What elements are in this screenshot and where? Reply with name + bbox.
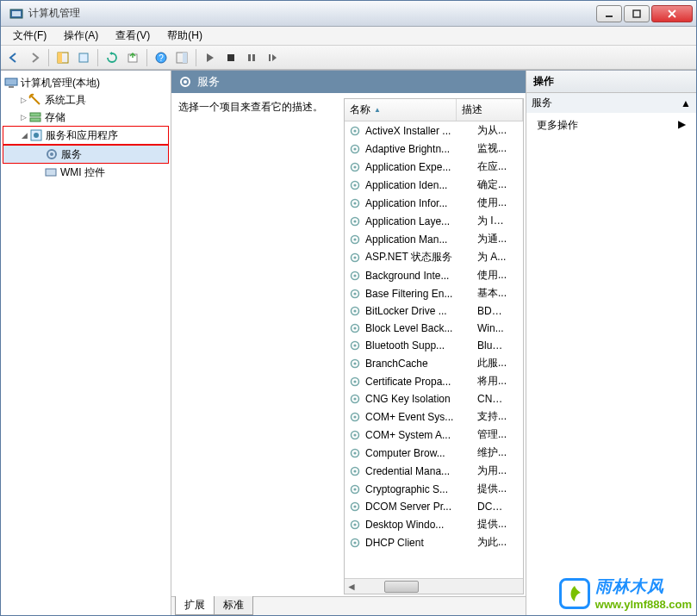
svg-rect-17 bbox=[269, 54, 271, 61]
service-row[interactable]: Application Iden... 确定... bbox=[345, 176, 523, 194]
service-row[interactable]: COM+ System A... 管理... bbox=[345, 426, 523, 444]
tree-services[interactable]: 服务 bbox=[3, 145, 169, 164]
column-desc[interactable]: 描述 bbox=[457, 99, 523, 121]
gear-icon bbox=[348, 178, 362, 192]
service-row[interactable]: CNG Key Isolation CNG... bbox=[345, 390, 523, 408]
tree-system-tools[interactable]: ▷ 系统工具 bbox=[3, 91, 169, 109]
menu-file[interactable]: 文件(F) bbox=[6, 27, 53, 45]
tree-root[interactable]: 计算机管理(本地) bbox=[3, 74, 169, 91]
submenu-arrow-icon: ▶ bbox=[678, 118, 686, 133]
services-description-pane: 选择一个项目来查看它的描述。 bbox=[171, 93, 344, 596]
svg-rect-18 bbox=[5, 78, 17, 85]
gear-icon bbox=[348, 446, 362, 460]
service-row[interactable]: Adaptive Brightn... 监视... bbox=[345, 140, 523, 158]
export-button[interactable] bbox=[123, 48, 142, 67]
menu-help[interactable]: 帮助(H) bbox=[160, 27, 209, 45]
close-button[interactable] bbox=[651, 5, 693, 22]
tree-pane[interactable]: 计算机管理(本地) ▷ 系统工具 ▷ 存储 ◢ 服务和应用程序 服务 bbox=[1, 71, 171, 615]
actions-more[interactable]: 更多操作 ▶ bbox=[526, 113, 696, 138]
horizontal-scrollbar[interactable]: ◄ bbox=[345, 578, 523, 594]
tab-standard[interactable]: 标准 bbox=[214, 596, 253, 615]
window-controls bbox=[596, 5, 693, 22]
tree-wmi[interactable]: WMI 控件 bbox=[3, 164, 169, 181]
service-row[interactable]: Credential Mana... 为用... bbox=[345, 462, 523, 480]
expand-icon[interactable]: ▷ bbox=[18, 109, 28, 125]
storage-icon bbox=[28, 110, 42, 124]
service-row[interactable]: BitLocker Drive ... BDE... bbox=[345, 302, 523, 320]
service-row[interactable]: Application Expe... 在应... bbox=[345, 158, 523, 176]
computer-icon bbox=[4, 76, 18, 90]
service-row[interactable]: Application Man... 为通... bbox=[345, 230, 523, 248]
services-list: 名称 ▲ 描述 ActiveX Installer ... 为从... Adap… bbox=[344, 98, 524, 594]
properties-button[interactable] bbox=[74, 48, 93, 67]
service-row[interactable]: Cryptographic S... 提供... bbox=[345, 480, 523, 498]
maximize-button[interactable] bbox=[624, 5, 650, 22]
service-desc: 为用... bbox=[477, 464, 507, 478]
svg-point-48 bbox=[353, 292, 356, 295]
service-row[interactable]: Background Inte... 使用... bbox=[345, 266, 523, 284]
tree-services-apps[interactable]: ◢ 服务和应用程序 bbox=[3, 126, 169, 145]
service-desc: 为通... bbox=[477, 232, 507, 246]
actions-more-label: 更多操作 bbox=[537, 118, 578, 133]
svg-point-74 bbox=[353, 523, 356, 526]
minimize-button[interactable] bbox=[596, 5, 622, 22]
scrollbar-thumb[interactable] bbox=[384, 581, 419, 593]
service-row[interactable]: Bluetooth Supp... Blue... bbox=[345, 337, 523, 354]
service-row[interactable]: DCOM Server Pr... DCO... bbox=[345, 498, 523, 515]
service-row[interactable]: COM+ Event Sys... 支持... bbox=[345, 408, 523, 426]
watermark-url: www.ylmf888.com bbox=[595, 598, 692, 611]
service-row[interactable]: Application Infor... 使用... bbox=[345, 194, 523, 212]
service-name: Application Iden... bbox=[365, 179, 477, 191]
tree-storage[interactable]: ▷ 存储 bbox=[3, 109, 169, 126]
menu-action[interactable]: 操作(A) bbox=[57, 27, 105, 45]
collapse-icon[interactable]: ◢ bbox=[19, 128, 29, 143]
service-name: Application Laye... bbox=[365, 215, 477, 227]
show-tree-button[interactable] bbox=[53, 48, 72, 67]
service-row[interactable]: Block Level Back... Win... bbox=[345, 320, 523, 337]
service-desc: Blue... bbox=[477, 339, 507, 352]
gear-icon bbox=[348, 142, 362, 156]
service-desc: 使用... bbox=[477, 268, 507, 283]
service-row[interactable]: BranchCache 此服... bbox=[345, 354, 523, 372]
forward-button[interactable] bbox=[25, 48, 44, 67]
service-row[interactable]: ASP.NET 状态服务 为 A... bbox=[345, 248, 523, 266]
service-row[interactable]: DHCP Client 为此... bbox=[345, 533, 523, 551]
service-row[interactable]: Desktop Windo... 提供... bbox=[345, 515, 523, 533]
titlebar: 计算机管理 bbox=[1, 1, 696, 27]
service-name: CNG Key Isolation bbox=[365, 393, 477, 405]
list-body[interactable]: ActiveX Installer ... 为从... Adaptive Bri… bbox=[345, 121, 523, 578]
restart-button[interactable] bbox=[263, 48, 282, 67]
service-desc: 维护... bbox=[477, 445, 507, 460]
action-pane-button[interactable] bbox=[172, 48, 191, 67]
gear-icon bbox=[348, 124, 362, 138]
service-desc: CNG... bbox=[477, 393, 507, 405]
play-button[interactable] bbox=[201, 48, 220, 67]
service-desc: 提供... bbox=[477, 482, 507, 496]
actions-section-services[interactable]: 服务 ▲ bbox=[526, 93, 696, 113]
wmi-icon bbox=[44, 165, 58, 179]
pause-button[interactable] bbox=[242, 48, 261, 67]
help-button[interactable]: ? bbox=[152, 48, 171, 67]
svg-point-70 bbox=[353, 488, 356, 490]
service-row[interactable]: Certificate Propa... 将用... bbox=[345, 372, 523, 390]
service-row[interactable]: Base Filtering En... 基本... bbox=[345, 284, 523, 302]
back-button[interactable] bbox=[4, 48, 23, 67]
service-name: Computer Brow... bbox=[365, 447, 477, 459]
expand-icon[interactable]: ▷ bbox=[18, 92, 28, 108]
watermark-brand: 雨林木风 bbox=[595, 576, 692, 598]
gear-icon bbox=[348, 160, 362, 174]
menu-view[interactable]: 查看(V) bbox=[109, 27, 157, 45]
svg-point-72 bbox=[353, 505, 356, 507]
svg-point-25 bbox=[50, 152, 53, 156]
service-name: COM+ Event Sys... bbox=[365, 411, 477, 423]
stop-button[interactable] bbox=[221, 48, 240, 67]
tab-extended[interactable]: 扩展 bbox=[175, 596, 215, 615]
refresh-button[interactable] bbox=[103, 48, 121, 67]
svg-point-62 bbox=[353, 415, 356, 418]
column-name[interactable]: 名称 ▲ bbox=[345, 99, 457, 121]
service-row[interactable]: Application Laye... 为 In... bbox=[345, 212, 523, 230]
service-row[interactable]: ActiveX Installer ... 为从... bbox=[345, 121, 523, 140]
svg-rect-20 bbox=[30, 113, 40, 116]
list-header: 名称 ▲ 描述 bbox=[345, 99, 523, 121]
service-row[interactable]: Computer Brow... 维护... bbox=[345, 444, 523, 462]
